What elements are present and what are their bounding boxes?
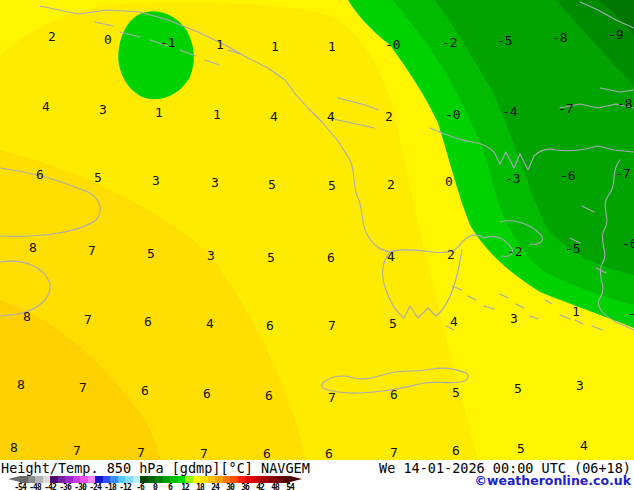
temp-label: -9 (608, 27, 624, 42)
temp-label: -7 (558, 101, 574, 116)
temp-label: 7 (137, 445, 145, 460)
scale-color-cell (170, 476, 178, 483)
temp-label: 2 (48, 29, 56, 44)
temp-label: 5 (389, 316, 397, 331)
temp-label: 6 (390, 387, 398, 402)
temp-label: 5 (267, 250, 275, 265)
scale-tick: -54 (14, 483, 25, 490)
temp-label: -7 (615, 166, 631, 181)
temp-label: 7 (88, 243, 96, 258)
scale-color-cell (58, 476, 66, 483)
temp-label: 7 (73, 443, 81, 458)
scale-color-cell (20, 476, 28, 483)
temp-label: 7 (200, 446, 208, 460)
scale-arrow-left (8, 476, 20, 482)
temp-label: 4 (270, 109, 278, 124)
weather-map-svg: 20-1111-0-2-5-8-94311442-0-4-7-865335520… (0, 0, 634, 460)
temp-label: -1 (160, 35, 176, 50)
temp-label: 1 (216, 37, 224, 52)
scale-color-cell (140, 476, 148, 483)
temp-label: - (628, 306, 634, 321)
scale-color-cell (118, 476, 126, 483)
temp-label: 4 (387, 249, 395, 264)
temp-label: 8 (17, 377, 25, 392)
scale-tick: 24 (211, 483, 219, 490)
scale-tick: 48 (271, 483, 279, 490)
temp-label: 1 (155, 105, 163, 120)
scale-color-cell (230, 476, 238, 483)
temp-label: 5 (328, 178, 336, 193)
scale-color-cell (245, 476, 253, 483)
temp-label: 6 (36, 167, 44, 182)
scale-arrow-right (290, 476, 302, 482)
scale-tick: -6 (136, 483, 144, 490)
temp-label: 2 (385, 109, 393, 124)
scale-color-cell (95, 476, 103, 483)
scale-color-cell (185, 476, 193, 483)
temp-label: -8 (617, 96, 633, 111)
temp-label: 1 (271, 39, 279, 54)
temp-label: 7 (328, 390, 336, 405)
copyright-link[interactable]: ©weatheronline.co.uk (474, 473, 631, 488)
scale-color-cell (133, 476, 141, 483)
scale-color-cell (103, 476, 111, 483)
scale-color-cell (65, 476, 73, 483)
scale-color-cell (253, 476, 261, 483)
temp-label: -6 (622, 236, 634, 251)
scale-color-cell (35, 476, 43, 483)
scale-tick: -36 (59, 483, 70, 490)
scale-color-cell (80, 476, 88, 483)
scale-color-cell (223, 476, 231, 483)
temp-label: -2 (507, 244, 523, 259)
temp-label: 0 (104, 32, 112, 47)
temp-label: -2 (442, 35, 458, 50)
scale-color-cell (193, 476, 201, 483)
temp-label: -4 (502, 104, 518, 119)
temp-label: 2 (447, 247, 455, 262)
scale-color-cell (238, 476, 246, 483)
temp-label: 6 (266, 318, 274, 333)
scale-tick: -42 (44, 483, 55, 490)
temp-label: 5 (514, 381, 522, 396)
scale-color-cell (283, 476, 291, 483)
temp-label: 3 (207, 248, 215, 263)
temp-label: 6 (203, 386, 211, 401)
scale-tick: 6 (168, 483, 172, 490)
color-scale (20, 476, 290, 483)
scale-color-cell (215, 476, 223, 483)
bottom-bar: Height/Temp. 850 hPa [gdmp][°C] NAVGEM W… (0, 460, 634, 490)
temp-label: -5 (497, 33, 513, 48)
scale-tick: 54 (286, 483, 294, 490)
scale-tick: 12 (181, 483, 189, 490)
temp-label: 6 (327, 250, 335, 265)
temp-label: 4 (450, 314, 458, 329)
temp-label: 4 (327, 109, 335, 124)
temp-label: 3 (99, 102, 107, 117)
scale-color-cell (200, 476, 208, 483)
temp-label: 5 (452, 385, 460, 400)
scale-tick: 30 (226, 483, 234, 490)
temp-label: 0 (445, 174, 453, 189)
temp-label: -6 (560, 168, 576, 183)
temp-label: 6 (325, 446, 333, 460)
temp-label: 7 (328, 318, 336, 333)
temp-label: 4 (206, 316, 214, 331)
temp-label: 6 (144, 314, 152, 329)
temp-label: 1 (213, 107, 221, 122)
scale-color-cell (208, 476, 216, 483)
temp-label: 8 (10, 440, 18, 455)
scale-color-cell (125, 476, 133, 483)
scale-color-cell (50, 476, 58, 483)
temp-label: 4 (42, 99, 50, 114)
scale-color-cell (268, 476, 276, 483)
temp-label: 7 (84, 312, 92, 327)
scale-color-cell (178, 476, 186, 483)
temp-label: -8 (552, 30, 568, 45)
scale-tick: 18 (196, 483, 204, 490)
scale-tick: -48 (29, 483, 40, 490)
scale-color-cell (155, 476, 163, 483)
temp-label: 3 (576, 378, 584, 393)
scale-tick: 36 (241, 483, 249, 490)
scale-color-cell (148, 476, 156, 483)
scale-color-cell (260, 476, 268, 483)
